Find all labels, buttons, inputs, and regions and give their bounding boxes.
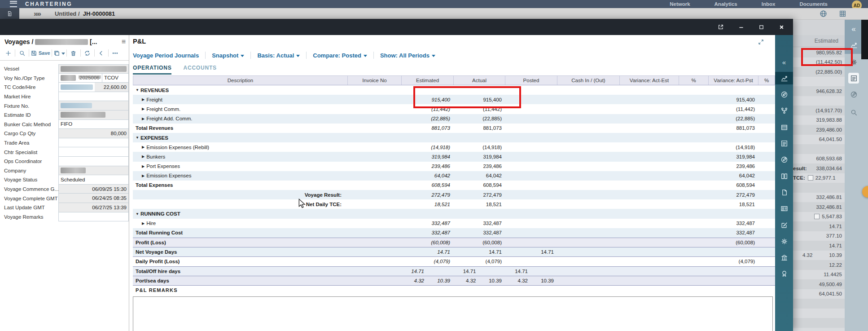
- collapse-left-icon[interactable]: «: [778, 56, 790, 68]
- field-value[interactable]: [58, 157, 129, 166]
- journal-icon[interactable]: [778, 121, 790, 133]
- field-value[interactable]: FIFO: [58, 120, 129, 129]
- analytics-icon[interactable]: [775, 72, 793, 84]
- tab-operations[interactable]: OPERATIONS: [133, 65, 171, 75]
- popout-window-icon[interactable]: [717, 23, 724, 31]
- pnl-row-profit-loss-[interactable]: Profit (Loss)(60,008)(60,008)(60,008): [133, 238, 775, 247]
- back-button[interactable]: [96, 48, 107, 58]
- pnl-row-total-revenues[interactable]: Total Revenues881,073881,073881,073: [133, 124, 775, 133]
- checkbox[interactable]: [814, 214, 820, 219]
- close-window-icon[interactable]: [778, 23, 785, 31]
- expand-chevrons[interactable]: »»: [34, 9, 40, 18]
- field-value[interactable]: [58, 138, 129, 148]
- checklist-icon[interactable]: [778, 137, 790, 150]
- pnl-row-running-cost[interactable]: ▼RUNNING COST: [133, 209, 775, 218]
- field-value[interactable]: [58, 64, 129, 74]
- field-value[interactable]: 06/09/25 15:30: [58, 185, 129, 194]
- checklist-icon[interactable]: [848, 73, 859, 84]
- pnl-row-total-off-hire-days[interactable]: Total/Off hire days14.7114.7114.71: [133, 266, 775, 276]
- pnl-row-total-expenses[interactable]: Total Expenses608,594608,594608,594: [133, 181, 775, 190]
- triangle-right-icon[interactable]: ▶: [142, 174, 145, 178]
- pnl-remarks-textarea[interactable]: [133, 296, 773, 331]
- pnl-row-net-daily-tce-[interactable]: Net Daily TCE:18,52118,52118,521: [133, 199, 775, 209]
- pnl-row-port-sea-days[interactable]: Port/sea days4.3210.394.3210.394.3210.39: [133, 276, 775, 285]
- pnl-row-freight-comm-[interactable]: ▶Freight Comm.(11,442)(11,442)(11,442): [133, 104, 775, 114]
- triangle-right-icon[interactable]: ▶: [142, 164, 145, 168]
- pnl-row-hire[interactable]: ▶Hire332,487332,487332,487: [133, 219, 775, 228]
- pnl-row-bunkers[interactable]: ▶Bunkers319,984319,984319,984: [133, 152, 775, 161]
- globe-icon[interactable]: [820, 10, 827, 18]
- pnl-row-revenues[interactable]: ▼REVENUES: [133, 85, 775, 95]
- delete-button[interactable]: [68, 48, 79, 58]
- pnl-row-emission-expenses[interactable]: ▶Emission Expenses64,04264,04264,042: [133, 171, 775, 181]
- tab-accounts[interactable]: ACCOUNTS: [183, 65, 216, 75]
- column-header-description[interactable]: Description: [133, 76, 348, 85]
- checkbox[interactable]: [808, 175, 813, 181]
- triangle-right-icon[interactable]: ▶: [142, 145, 145, 149]
- grid-apps-icon[interactable]: [839, 10, 846, 18]
- field-value[interactable]: [58, 166, 129, 176]
- triangle-right-icon[interactable]: ▶: [142, 221, 145, 225]
- field-value[interactable]: Scheduled: [58, 175, 129, 185]
- hierarchy-icon[interactable]: [778, 105, 790, 117]
- field-value[interactable]: [58, 147, 129, 157]
- refresh-button[interactable]: [82, 48, 93, 58]
- pnl-row-port-expenses[interactable]: ▶Port Expenses239,486239,486239,486: [133, 162, 775, 171]
- column-header-variance-act-pst[interactable]: Variance: Act-Pst: [709, 76, 758, 85]
- search-icon[interactable]: [848, 107, 859, 118]
- panel-menu-icon[interactable]: ≡: [122, 38, 126, 46]
- triangle-right-icon[interactable]: ▶: [142, 107, 145, 111]
- column-header--[interactable]: %: [758, 76, 775, 85]
- column-header--[interactable]: %: [679, 76, 709, 85]
- copy-button[interactable]: [53, 48, 65, 58]
- plus-button[interactable]: [3, 48, 13, 58]
- triangle-right-icon[interactable]: ▶: [142, 154, 145, 159]
- pnl-row-total-running-cost[interactable]: Total Running Cost332,487332,487332,487: [133, 228, 775, 238]
- settings-icon[interactable]: [778, 235, 790, 247]
- top-nav-network[interactable]: Network: [670, 1, 690, 7]
- contact-card-icon[interactable]: [778, 203, 790, 215]
- columns-icon[interactable]: [778, 170, 790, 182]
- save-button[interactable]: Save: [31, 48, 50, 58]
- pnl-toolbar-basis-actual[interactable]: Basis: Actual: [251, 52, 306, 59]
- triangle-down-icon[interactable]: ▼: [136, 136, 139, 140]
- collapse-panel-icon[interactable]: [758, 39, 764, 45]
- field-value[interactable]: [58, 92, 129, 102]
- settings-icon[interactable]: [848, 57, 859, 67]
- column-header-estimated[interactable]: Estimated: [402, 76, 454, 85]
- column-header-cash-in-out-[interactable]: Cash In / (Out): [557, 76, 620, 85]
- compose-icon[interactable]: [778, 219, 790, 231]
- triangle-right-icon[interactable]: ▶: [142, 97, 145, 102]
- bank-icon[interactable]: [778, 252, 790, 264]
- document-tab-icon[interactable]: [0, 8, 19, 19]
- minimize-window-icon[interactable]: [737, 23, 745, 31]
- more-button[interactable]: [110, 48, 121, 58]
- search-button[interactable]: [17, 48, 27, 58]
- maximize-window-icon[interactable]: [758, 23, 765, 31]
- sustainability-icon[interactable]: [778, 88, 790, 101]
- pnl-row-voyage-result-[interactable]: Voyage Result:272,479272,479272,479: [133, 190, 775, 199]
- pnl-toolbar-snapshot[interactable]: Snapshot: [206, 52, 250, 59]
- pnl-toolbar-compare-posted[interactable]: Compare: Posted: [307, 52, 373, 59]
- triangle-down-icon[interactable]: ▼: [136, 212, 139, 216]
- pnl-toolbar-voyage-period-journals[interactable]: Voyage Period Journals: [133, 52, 205, 59]
- pnl-row-emission-expenses-rebill-[interactable]: ▶Emission Expenses (Rebill)(14,918)(14,9…: [133, 142, 775, 152]
- field-value[interactable]: 22,600.00: [58, 83, 129, 92]
- field-value[interactable]: 2025006TCOV: [58, 74, 129, 83]
- field-value[interactable]: 06/27/25 13:39: [58, 203, 129, 212]
- collapse-left-icon[interactable]: «: [848, 23, 859, 34]
- column-header-variance-act-est[interactable]: Variance: Act-Est: [620, 76, 679, 85]
- pnl-toolbar-show-all-periods[interactable]: Show: All Periods: [374, 52, 442, 59]
- field-value[interactable]: [58, 212, 129, 222]
- award-icon[interactable]: [778, 268, 790, 280]
- field-value[interactable]: 06/24/25 08:35: [58, 194, 129, 203]
- top-nav-analytics[interactable]: Analytics: [715, 1, 737, 7]
- triangle-right-icon[interactable]: ▶: [142, 117, 145, 121]
- top-nav-inbox[interactable]: Inbox: [762, 1, 776, 7]
- hamburger-menu-icon[interactable]: [10, 1, 17, 7]
- pnl-row-freight[interactable]: ▶Freight915,400915,400915,400: [133, 95, 775, 104]
- pnl-row-net-voyage-days[interactable]: Net Voyage Days14.7114.7114.71: [133, 247, 775, 256]
- annotate-icon[interactable]: [848, 89, 859, 100]
- field-value[interactable]: [58, 110, 129, 120]
- document-icon[interactable]: [778, 186, 790, 199]
